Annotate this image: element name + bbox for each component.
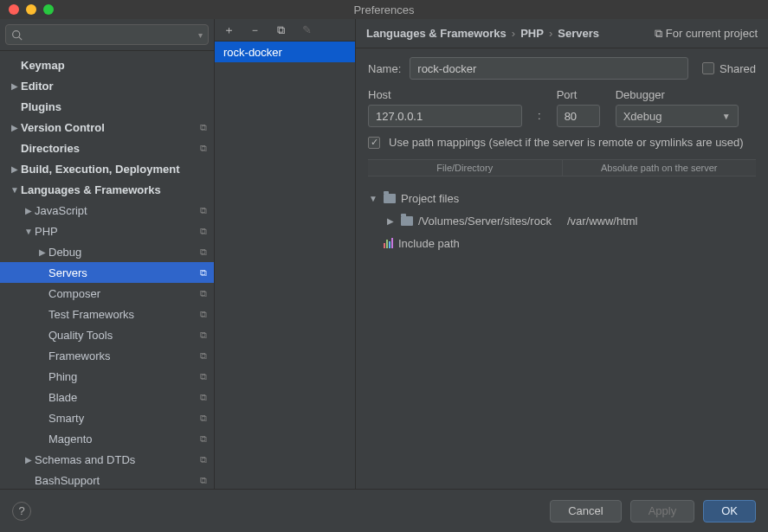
sidebar-item-label: Schemas and DTDs xyxy=(35,453,135,466)
sidebar-item-frameworks[interactable]: Frameworks⧉ xyxy=(0,345,214,366)
sidebar-item-label: Keymap xyxy=(21,59,65,72)
cancel-button[interactable]: Cancel xyxy=(550,500,621,522)
sidebar-item-languages-frameworks[interactable]: ▼Languages & Frameworks xyxy=(0,179,214,200)
project-scope-badge: ⧉ For current project xyxy=(655,27,758,41)
tree-row-mapping[interactable]: ▶ /Volumes/Server/sites/rock /var/www/ht… xyxy=(368,209,756,232)
sidebar-item-label: Version Control xyxy=(21,121,105,134)
sidebar-item-composer[interactable]: Composer⧉ xyxy=(0,283,214,304)
sidebar-item-quality-tools[interactable]: Quality Tools⧉ xyxy=(0,324,214,345)
remote-path[interactable]: /var/www/html xyxy=(567,215,638,228)
sidebar-item-label: JavaScript xyxy=(35,204,87,217)
chevron-down-icon: ▼ xyxy=(9,185,21,195)
svg-line-1 xyxy=(19,36,22,39)
server-item-rock-docker[interactable]: rock-docker xyxy=(215,42,355,62)
column-absolute-path: Absolute path on the server xyxy=(562,160,757,176)
servers-list: rock-docker xyxy=(215,42,355,489)
mappings-tree: ▼ Project files ▶ /Volumes/Server/sites/… xyxy=(368,185,756,256)
project-scope-icon: ⧉ xyxy=(200,392,207,403)
port-input[interactable] xyxy=(557,105,600,127)
sidebar-item-test-frameworks[interactable]: Test Frameworks⧉ xyxy=(0,304,214,324)
settings-sidebar: ▾ Keymap▶EditorPlugins▶Version Control⧉D… xyxy=(0,19,215,489)
tree-row-project-files[interactable]: ▼ Project files xyxy=(368,187,756,209)
include-path-icon xyxy=(384,238,393,248)
host-input[interactable] xyxy=(368,105,522,127)
sidebar-item-phing[interactable]: Phing⧉ xyxy=(0,366,214,387)
svg-point-0 xyxy=(13,30,20,37)
debugger-select[interactable]: Xdebug ▼ xyxy=(616,105,739,127)
search-icon xyxy=(11,29,23,41)
sidebar-item-version-control[interactable]: ▶Version Control⧉ xyxy=(0,117,214,138)
project-scope-icon: ⧉ xyxy=(200,350,207,362)
sidebar-item-plugins[interactable]: Plugins xyxy=(0,96,214,117)
sidebar-item-build-execution-deployment[interactable]: ▶Build, Execution, Deployment xyxy=(0,158,214,179)
chevron-right-icon: ▶ xyxy=(36,247,48,257)
breadcrumb-item[interactable]: Languages & Frameworks xyxy=(366,27,507,40)
project-scope-icon: ⧉ xyxy=(200,413,207,424)
sidebar-item-debug[interactable]: ▶Debug⧉ xyxy=(0,241,214,262)
project-scope-icon: ⧉ xyxy=(200,247,207,258)
path-mappings-label: Use path mappings (select if the server … xyxy=(389,136,744,149)
sidebar-item-label: Test Frameworks xyxy=(48,308,134,321)
sidebar-item-servers[interactable]: Servers⧉ xyxy=(0,262,214,283)
project-scope-icon: ⧉ xyxy=(200,475,207,486)
sidebar-item-editor[interactable]: ▶Editor xyxy=(0,75,214,96)
ok-button[interactable]: OK xyxy=(703,500,756,522)
debugger-value: Xdebug xyxy=(623,110,662,123)
remove-icon[interactable]: － xyxy=(248,22,261,38)
host-label: Host xyxy=(368,88,522,101)
sidebar-item-magento[interactable]: Magento⧉ xyxy=(0,428,214,449)
sidebar-item-label: Languages & Frameworks xyxy=(21,183,161,196)
folder-icon xyxy=(401,216,413,226)
sidebar-item-bashsupport[interactable]: BashSupport⧉ xyxy=(0,470,214,489)
breadcrumb-item[interactable]: PHP xyxy=(520,27,544,40)
shared-checkbox[interactable] xyxy=(702,62,714,74)
add-icon[interactable]: ＋ xyxy=(222,22,236,38)
edit-icon[interactable]: ✎ xyxy=(300,23,313,36)
path-mappings-checkbox[interactable] xyxy=(368,137,380,149)
column-file-directory: File/Directory xyxy=(368,160,562,176)
search-input[interactable] xyxy=(26,29,198,42)
project-scope-icon: ⧉ xyxy=(200,454,207,465)
project-scope-icon: ⧉ xyxy=(200,122,207,133)
project-scope-icon: ⧉ xyxy=(200,205,207,216)
sidebar-item-label: Editor xyxy=(21,80,54,93)
port-label: Port xyxy=(557,88,600,101)
sidebar-item-keymap[interactable]: Keymap xyxy=(0,54,214,75)
name-input[interactable] xyxy=(410,57,688,80)
copy-icon[interactable]: ⧉ xyxy=(274,23,287,37)
project-scope-icon: ⧉ xyxy=(200,433,207,445)
sidebar-item-blade[interactable]: Blade⧉ xyxy=(0,387,214,407)
servers-panel: ＋ － ⧉ ✎ rock-docker xyxy=(215,19,356,489)
project-scope-icon: ⧉ xyxy=(200,371,207,382)
chevron-right-icon: ▶ xyxy=(23,206,35,215)
chevron-right-icon: ▶ xyxy=(23,455,35,465)
help-button[interactable]: ? xyxy=(12,502,31,521)
chevron-right-icon: ▶ xyxy=(9,164,21,174)
project-scope-icon: ⧉ xyxy=(200,267,207,279)
host-port-colon: : xyxy=(538,109,541,127)
sidebar-item-smarty[interactable]: Smarty⧉ xyxy=(0,407,214,428)
sidebar-item-php[interactable]: ▼PHP⧉ xyxy=(0,221,214,241)
project-scope-icon: ⧉ xyxy=(200,226,207,237)
sidebar-item-label: PHP xyxy=(35,225,58,238)
chevron-down-icon: ▼ xyxy=(722,112,731,121)
chevron-right-icon: › xyxy=(512,27,515,40)
sidebar-item-label: Directories xyxy=(21,142,80,155)
project-scope-icon: ⧉ xyxy=(200,143,207,154)
breadcrumb-item: Servers xyxy=(558,27,599,40)
project-scope-icon: ⧉ xyxy=(200,309,207,320)
apply-button[interactable]: Apply xyxy=(630,500,695,522)
sidebar-item-label: Debug xyxy=(48,246,81,259)
sidebar-item-javascript[interactable]: ▶JavaScript⧉ xyxy=(0,200,214,221)
chevron-right-icon: ▶ xyxy=(9,123,21,132)
debugger-label: Debugger xyxy=(616,88,739,101)
sidebar-item-label: Magento xyxy=(48,433,93,445)
tree-row-include-path[interactable]: Include path xyxy=(368,232,756,254)
chevron-right-icon: ▶ xyxy=(385,216,396,226)
settings-search[interactable]: ▾ xyxy=(5,24,209,45)
mappings-header: File/Directory Absolute path on the serv… xyxy=(368,159,756,176)
sidebar-item-schemas-and-dtds[interactable]: ▶Schemas and DTDs⧉ xyxy=(0,449,214,470)
folder-icon xyxy=(384,194,396,203)
dialog-footer: ? Cancel Apply OK xyxy=(0,489,768,532)
sidebar-item-directories[interactable]: Directories⧉ xyxy=(0,138,214,158)
